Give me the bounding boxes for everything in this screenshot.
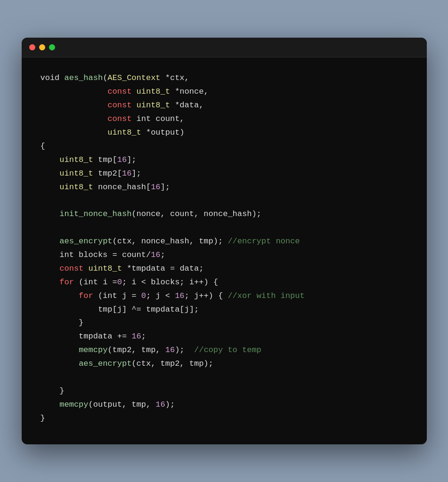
- code-line-19: }: [41, 316, 408, 330]
- code-line-1: void aes_hash(AES_Context *ctx,: [41, 72, 408, 85]
- code-line-10: [41, 194, 408, 208]
- minimize-button[interactable]: [39, 44, 45, 50]
- code-line-17: for (int j = 0; j < 16; j++) { //xor wit…: [41, 289, 408, 303]
- code-line-26: }: [41, 412, 408, 426]
- code-line-2: const uint8_t *nonce,: [41, 85, 408, 99]
- code-line-15: const uint8_t *tmpdata = data;: [41, 262, 408, 276]
- code-line-7: uint8_t tmp[16];: [41, 153, 408, 167]
- code-line-23: [41, 371, 408, 385]
- code-line-4: const int count,: [41, 112, 408, 126]
- code-line-22: aes_encrypt(ctx, tmp2, tmp);: [41, 357, 408, 371]
- code-line-9: uint8_t nonce_hash[16];: [41, 181, 408, 194]
- code-line-3: const uint8_t *data,: [41, 99, 408, 112]
- close-button[interactable]: [29, 44, 35, 50]
- code-line-5: uint8_t *output): [41, 126, 408, 140]
- code-line-8: uint8_t tmp2[16];: [41, 167, 408, 181]
- code-line-11: init_nonce_hash(nonce, count, nonce_hash…: [41, 208, 408, 221]
- code-line-6: {: [41, 140, 408, 153]
- maximize-button[interactable]: [49, 44, 55, 50]
- code-line-24: }: [41, 385, 408, 398]
- code-line-14: int blocks = count/16;: [41, 249, 408, 262]
- code-line-16: for (int i =0; i < blocks; i++) {: [41, 276, 408, 289]
- code-line-21: memcpy(tmp2, tmp, 16); //copy to temp: [41, 344, 408, 357]
- code-line-13: aes_encrypt(ctx, nonce_hash, tmp); //enc…: [41, 235, 408, 249]
- code-window: void aes_hash(AES_Context *ctx, const ui…: [22, 38, 427, 444]
- code-line-12: [41, 221, 408, 235]
- code-line-20: tmpdata += 16;: [41, 330, 408, 344]
- titlebar: [22, 38, 427, 57]
- code-line-25: memcpy(output, tmp, 16);: [41, 398, 408, 412]
- code-editor: void aes_hash(AES_Context *ctx, const ui…: [22, 57, 427, 444]
- code-line-18: tmp[j] ^= tmpdata[j];: [41, 303, 408, 317]
